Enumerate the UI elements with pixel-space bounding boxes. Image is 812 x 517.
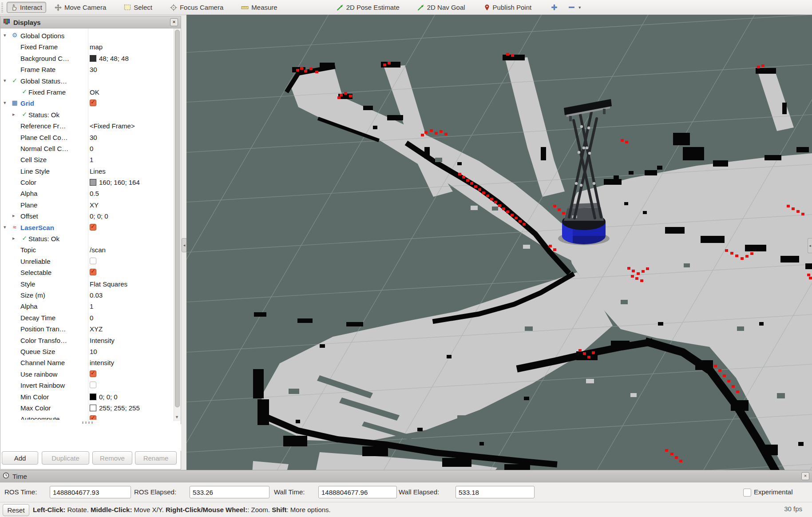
property-value[interactable]: 1 <box>90 302 173 310</box>
property-value[interactable]: 0.03 <box>90 291 173 299</box>
display-row[interactable]: Cell Size1 <box>1 155 175 166</box>
checkbox[interactable] <box>90 370 96 377</box>
remove-tool-button[interactable]: ▾ <box>566 2 583 12</box>
display-row[interactable]: Topic/scan <box>1 245 175 256</box>
display-row[interactable]: Plane Cell Co…30 <box>1 132 175 143</box>
displays-panel-header[interactable]: Displays × <box>0 16 181 28</box>
property-value[interactable]: 255; 255; 255 <box>90 404 173 412</box>
display-row[interactable]: Unreliable <box>1 256 175 267</box>
tool-publish-point[interactable]: Publish Point <box>480 2 536 13</box>
display-row[interactable]: Min Color0; 0; 0 <box>1 392 175 403</box>
chevron-down-icon[interactable]: ▾ <box>4 32 6 38</box>
display-row[interactable]: ▾✓Global Status… <box>1 76 175 87</box>
display-row[interactable]: Alpha1 <box>1 301 175 312</box>
property-value[interactable] <box>90 382 173 388</box>
display-row[interactable]: Color Transfo…Intensity <box>1 335 175 346</box>
property-value[interactable]: 48; 48; 48 <box>90 55 173 62</box>
property-value[interactable] <box>90 415 173 420</box>
display-row[interactable]: Line StyleLines <box>1 166 175 177</box>
property-value[interactable]: Flat Squares <box>90 280 173 288</box>
scroll-down-icon[interactable]: ▼ <box>174 414 180 421</box>
display-row[interactable]: Color160; 160; 164 <box>1 177 175 188</box>
display-row[interactable]: Queue Size10 <box>1 346 175 358</box>
property-value[interactable]: 10 <box>90 348 173 355</box>
display-row[interactable]: Normal Cell C…0 <box>1 143 175 155</box>
display-row[interactable]: Reference Fr…<Fixed Frame> <box>1 121 175 132</box>
ros-elapsed-input[interactable] <box>190 486 269 498</box>
checkbox[interactable] <box>90 382 96 388</box>
chevron-down-icon[interactable]: ▾ <box>4 224 6 230</box>
toolbar-grip[interactable] <box>1 3 3 12</box>
property-value[interactable] <box>90 269 173 275</box>
property-value[interactable]: intensity <box>90 359 173 366</box>
property-value[interactable]: 30 <box>90 134 173 141</box>
duplicate-button[interactable]: Duplicate <box>42 451 89 465</box>
display-row[interactable]: Selectable <box>1 267 175 278</box>
add-tool-button[interactable] <box>549 2 560 12</box>
add-button[interactable]: Add <box>2 451 38 465</box>
property-value[interactable]: 0; 0; 0 <box>90 212 173 220</box>
display-row[interactable]: ✓Fixed FrameOK <box>1 87 175 98</box>
tool-interact[interactable]: Interact <box>7 2 46 13</box>
chevron-right-icon[interactable]: ▸ <box>12 235 15 241</box>
reset-button[interactable]: Reset <box>3 504 29 516</box>
property-value[interactable]: 160; 160; 164 <box>90 179 173 186</box>
property-value[interactable]: 0.5 <box>90 190 173 197</box>
property-value[interactable] <box>90 224 173 231</box>
checkbox[interactable] <box>90 269 96 275</box>
tool-focus-camera[interactable]: Focus Camera <box>166 2 227 13</box>
property-value[interactable] <box>90 258 173 264</box>
display-row[interactable]: Alpha0.5 <box>1 188 175 199</box>
property-value[interactable]: Intensity <box>90 337 173 344</box>
property-value[interactable]: 30 <box>90 66 173 73</box>
3d-scene[interactable] <box>186 15 812 473</box>
display-row[interactable]: ▾≈LaserScan <box>1 223 175 234</box>
display-row[interactable]: Decay Time0 <box>1 313 175 324</box>
wall-time-input[interactable] <box>318 486 397 498</box>
property-value[interactable]: <Fixed Frame> <box>90 122 173 130</box>
chevron-right-icon[interactable]: ▸ <box>12 213 15 219</box>
chevron-down-icon[interactable]: ▾ <box>4 78 6 84</box>
property-value[interactable]: /scan <box>90 246 173 254</box>
property-value[interactable]: 1 <box>90 156 173 163</box>
scrollbar-thumb[interactable] <box>175 30 180 407</box>
display-row[interactable]: ▸✓Status: Ok <box>1 110 175 121</box>
display-row[interactable]: Use rainbow <box>1 369 175 380</box>
tool-2d-nav-goal[interactable]: 2D Nav Goal <box>413 2 469 13</box>
display-row[interactable]: Frame Rate30 <box>1 64 175 76</box>
panel-splitter-grip[interactable] <box>82 422 94 424</box>
tool-2d-pose-estimate[interactable]: 2D Pose Estimate <box>333 2 404 13</box>
property-value[interactable]: 0 <box>90 145 173 152</box>
display-row[interactable]: Max Color255; 255; 255 <box>1 403 175 414</box>
time-panel-header[interactable]: Time × <box>0 470 812 482</box>
3d-viewport[interactable]: ◂ <box>186 15 812 473</box>
chevron-down-icon[interactable]: ▾ <box>578 5 581 10</box>
experimental-checkbox[interactable] <box>743 489 751 497</box>
property-value[interactable] <box>90 370 173 377</box>
close-icon[interactable]: × <box>801 472 809 480</box>
wall-elapsed-input[interactable] <box>456 486 535 498</box>
checkbox[interactable] <box>90 224 96 231</box>
display-row[interactable]: Background C…48; 48; 48 <box>1 53 175 64</box>
display-row[interactable]: Autocompute… <box>1 414 175 420</box>
tool-measure[interactable]: Measure <box>237 2 281 13</box>
display-row[interactable]: ▸Offset0; 0; 0 <box>1 211 175 222</box>
display-row[interactable]: Position Tran…XYZ <box>1 324 175 335</box>
rename-button[interactable]: Rename <box>135 451 177 465</box>
tool-move-camera[interactable]: Move Camera <box>51 2 110 13</box>
chevron-down-icon[interactable]: ▾ <box>4 100 6 106</box>
displays-scrollbar[interactable]: ▼ <box>174 28 180 421</box>
remove-button[interactable]: Remove <box>92 451 132 465</box>
display-row[interactable]: Invert Rainbow <box>1 380 175 391</box>
display-row[interactable]: ▾⚙Global Options <box>1 31 175 42</box>
checkbox[interactable] <box>90 99 96 106</box>
property-value[interactable]: XY <box>90 201 173 209</box>
property-value[interactable]: 0; 0; 0 <box>90 393 173 401</box>
property-value[interactable]: Lines <box>90 167 173 175</box>
checkbox[interactable] <box>90 415 96 420</box>
ros-time-input[interactable] <box>50 486 131 498</box>
property-value[interactable] <box>90 99 173 106</box>
checkbox[interactable] <box>90 258 96 264</box>
property-value[interactable]: 0 <box>90 314 173 322</box>
collapse-right-icon[interactable]: ◂ <box>808 238 812 253</box>
